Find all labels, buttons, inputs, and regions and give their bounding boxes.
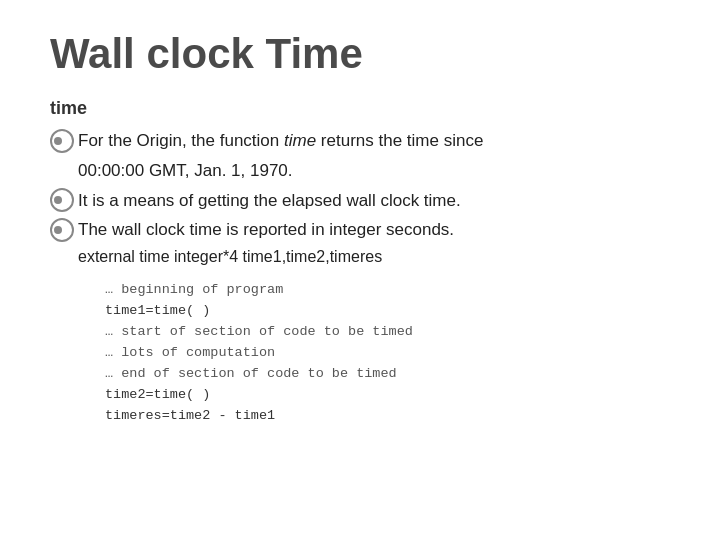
code-block: … beginning of program time1=time( ) … s… (105, 280, 670, 426)
bullet-list: For the Origin, the function time return… (50, 129, 670, 266)
code-line-5: … end of section of code to be timed (105, 364, 670, 385)
bullet-item-2: It is a means of getting the elapsed wal… (50, 189, 670, 213)
code-line-3: … start of section of code to be timed (105, 322, 670, 343)
code-line-6: time2=time( ) (105, 385, 670, 406)
external-decl: external time integer*4 time1,time2,time… (78, 248, 670, 266)
bullet-italic-1: time (284, 131, 316, 150)
section-label: time (50, 98, 670, 119)
bullet-text-1a: For the Origin, the function (78, 131, 284, 150)
code-line-7: timeres=time2 - time1 (105, 406, 670, 427)
bullet-text-1b: returns the time since (316, 131, 483, 150)
code-line-1: … beginning of program (105, 280, 670, 301)
code-line-4: … lots of computation (105, 343, 670, 364)
code-line-2: time1=time( ) (105, 301, 670, 322)
bullet-text-2: It is a means of getting the elapsed wal… (78, 191, 461, 210)
bullet-item-1: For the Origin, the function time return… (50, 129, 670, 153)
slide-title: Wall clock Time (50, 30, 670, 78)
bullet-text-3: The wall clock time is reported in integ… (78, 220, 454, 239)
bullet-item-3: The wall clock time is reported in integ… (50, 218, 670, 242)
indent-line-1: 00:00:00 GMT, Jan. 1, 1970. (78, 159, 670, 183)
